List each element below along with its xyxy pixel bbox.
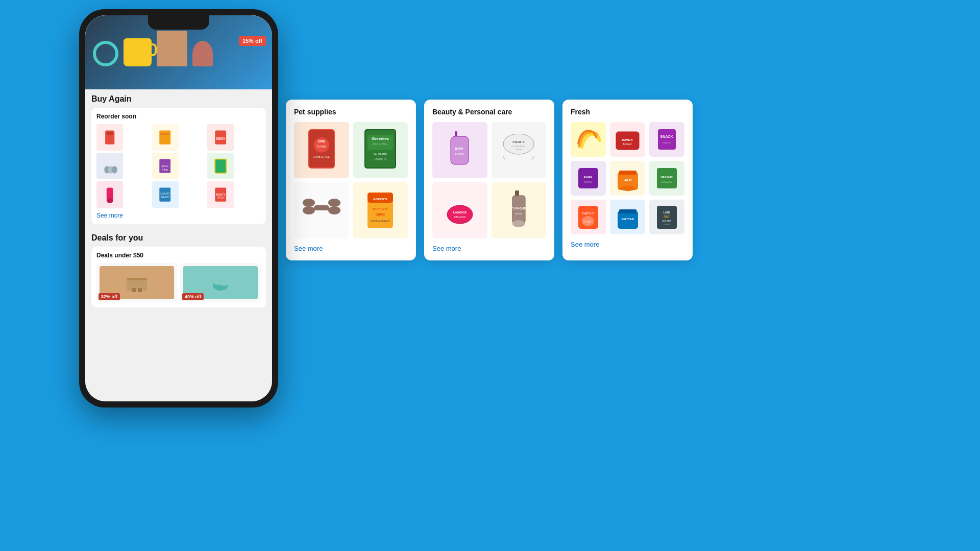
- fresh-product-6[interactable]: ORGANIC GREENS: [649, 161, 684, 196]
- product-cell[interactable]: [152, 124, 179, 151]
- svg-text:SNACK: SNACK: [660, 135, 673, 138]
- pet-product-1[interactable]: ONE PURINA LAMB & RICE: [294, 122, 349, 178]
- svg-text:GREENS: GREENS: [661, 180, 672, 183]
- svg-text:LIP MASK: LIP MASK: [454, 215, 466, 219]
- fresh-see-more[interactable]: See more: [571, 241, 684, 248]
- svg-rect-1: [107, 132, 113, 134]
- phone-device: 15% off Buy Again Reorder soon: [79, 9, 278, 408]
- deal-badge-2: 40% off: [182, 293, 204, 300]
- svg-text:CREAM: CREAM: [515, 148, 522, 151]
- svg-point-8: [112, 166, 117, 174]
- svg-rect-99: [619, 209, 636, 213]
- product-cell[interactable]: [96, 181, 123, 208]
- phone-notch: [148, 15, 209, 30]
- deal-badge-1: 32% off: [99, 293, 120, 300]
- beauty-product-3[interactable]: LANEIGE LIP MASK: [432, 182, 487, 238]
- beauty-product-1[interactable]: IOPE TONER: [432, 122, 487, 178]
- reorder-soon-card: Reorder soon KEMX: [91, 108, 266, 224]
- svg-text:organic: organic: [663, 141, 671, 144]
- svg-text:LIQUID: LIQUID: [161, 192, 170, 195]
- phone-content: 15% off Buy Again Reorder soon: [85, 15, 272, 401]
- fresh-product-1[interactable]: [571, 122, 606, 157]
- reorder-see-more[interactable]: See more: [96, 212, 261, 219]
- svg-text:LARGE 24: LARGE 24: [374, 158, 386, 161]
- beauty-product-2[interactable]: KIEHL'S ULTRA FACIAL CREAM: [492, 122, 547, 178]
- product-cell[interactable]: [96, 153, 123, 179]
- fresh-product-4[interactable]: BARE snacks: [571, 161, 606, 196]
- beauty-product-4[interactable]: CLINIQUE SERUM: [492, 182, 547, 238]
- pet-supplies-title: Pet supplies: [294, 108, 408, 116]
- deals-under-title: Deals under $50: [96, 252, 261, 259]
- svg-text:snacks: snacks: [584, 180, 592, 183]
- pet-product-4[interactable]: BOCCE'S Pumpk'n Spice SOFT & CHEWY: [353, 182, 408, 238]
- svg-rect-23: [127, 278, 147, 280]
- deal-item-2[interactable]: 40% off: [180, 263, 261, 302]
- svg-text:ULTRA FACIAL: ULTRA FACIAL: [512, 145, 526, 148]
- product-cell[interactable]: gracemilla: [152, 153, 179, 179]
- svg-text:BREAD: BREAD: [623, 142, 632, 146]
- beauty-see-more[interactable]: See more: [432, 245, 546, 252]
- svg-text:PATCH: PATCH: [217, 197, 225, 199]
- pet-product-3[interactable]: [294, 182, 349, 238]
- svg-rect-48: [333, 203, 335, 210]
- phone-scroll-area[interactable]: Buy Again Reorder soon KEMX: [85, 89, 272, 318]
- deals-title: Deals for you: [91, 228, 266, 247]
- floating-cards-container: Pet supplies ONE PURINA LAMB & RICE: [286, 100, 693, 260]
- svg-text:JULY: JULY: [664, 215, 670, 218]
- svg-text:LAMB & RICE: LAMB & RICE: [313, 155, 330, 158]
- svg-text:grace: grace: [162, 164, 169, 167]
- product-cell[interactable]: LIQUIDDEATH: [152, 181, 179, 208]
- product-cell[interactable]: [207, 153, 234, 179]
- beauty-title: Beauty & Personal care: [432, 108, 546, 116]
- svg-text:BUTTER: BUTTER: [621, 218, 634, 221]
- fresh-product-3[interactable]: SNACK organic: [649, 122, 684, 157]
- fresh-product-8[interactable]: BUTTER: [610, 200, 645, 234]
- svg-text:CHIPS: CHIPS: [664, 223, 670, 226]
- deal-item-1[interactable]: 32% off: [96, 263, 177, 302]
- hero-discount-badge: 15% off: [239, 36, 266, 46]
- svg-rect-25: [138, 288, 142, 292]
- fresh-product-2[interactable]: DAVE'S BREAD: [610, 122, 645, 157]
- pet-see-more[interactable]: See more: [294, 245, 408, 252]
- svg-rect-88: [619, 171, 636, 175]
- product-cell[interactable]: KEMX: [207, 124, 234, 151]
- product-cell[interactable]: MIGHTYPATCH: [207, 181, 234, 208]
- buy-again-title: Buy Again: [91, 89, 266, 108]
- deals-card: Deals under $50 32% off 40%: [91, 247, 266, 307]
- beauty-card: Beauty & Personal care IOPE TONER: [424, 100, 554, 260]
- svg-text:CLINIQUE: CLINIQUE: [511, 207, 526, 210]
- svg-text:KEMX: KEMX: [216, 137, 226, 140]
- svg-rect-55: [455, 131, 457, 136]
- svg-text:Spice: Spice: [376, 212, 385, 217]
- product-cell[interactable]: [96, 124, 123, 151]
- svg-text:BOCCE'S: BOCCE'S: [374, 198, 387, 201]
- svg-rect-81: [658, 129, 676, 150]
- fresh-card: Fresh DAVE'S BREAD: [562, 100, 693, 260]
- fresh-products-grid: DAVE'S BREAD SNACK organic BARE snacks: [571, 122, 684, 234]
- svg-text:SEA SALT: SEA SALT: [662, 220, 672, 222]
- fresh-product-7[interactable]: THAT'S IT FRUIT: [571, 200, 606, 234]
- svg-text:VALUE PAK: VALUE PAK: [374, 153, 388, 156]
- pet-products-grid: ONE PURINA LAMB & RICE Greenies ORIGINAL…: [294, 122, 408, 238]
- pet-product-2[interactable]: Greenies ORIGINAL VALUE PAK LARGE 24: [353, 122, 408, 178]
- svg-text:ORGANIC: ORGANIC: [660, 176, 673, 179]
- svg-text:KIEHL'S: KIEHL'S: [513, 140, 525, 143]
- svg-text:DEATH: DEATH: [161, 196, 169, 199]
- svg-text:ORIGINAL: ORIGINAL: [373, 142, 388, 146]
- svg-text:Greenies: Greenies: [372, 136, 389, 141]
- svg-text:MIGHTY: MIGHTY: [216, 194, 226, 196]
- fresh-product-5[interactable]: JAM: [610, 161, 645, 196]
- svg-text:SOFT & CHEWY: SOFT & CHEWY: [371, 220, 390, 223]
- phone-screen: 15% off Buy Again Reorder soon: [85, 15, 272, 401]
- svg-rect-45: [314, 205, 329, 210]
- pet-supplies-card: Pet supplies ONE PURINA LAMB & RICE: [286, 100, 416, 260]
- svg-text:ONE: ONE: [317, 139, 326, 143]
- svg-point-15: [107, 198, 113, 203]
- svg-text:JAM: JAM: [624, 178, 631, 182]
- svg-text:TONER: TONER: [455, 153, 464, 156]
- reorder-soon-title: Reorder soon: [96, 113, 261, 120]
- fresh-product-9[interactable]: LATE JULY SEA SALT CHIPS: [649, 200, 684, 234]
- svg-point-89: [620, 186, 635, 191]
- svg-text:milla: milla: [162, 168, 168, 171]
- svg-text:LATE: LATE: [664, 211, 670, 214]
